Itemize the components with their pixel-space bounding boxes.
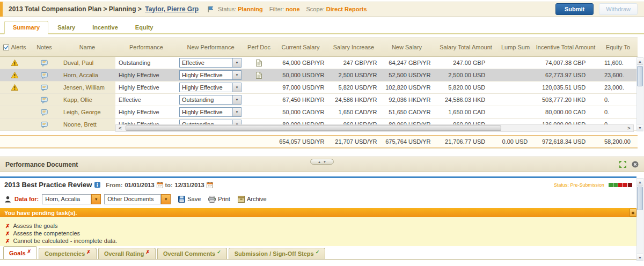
col-header-new-salary: New Salary xyxy=(380,38,434,56)
scroll-left-icon[interactable]: < xyxy=(116,125,125,131)
horizontal-scrollbar[interactable]: < > xyxy=(115,124,634,132)
note-icon[interactable] xyxy=(30,82,59,93)
totals-equity-total: 58,200.00 xyxy=(598,136,638,147)
currency: USD xyxy=(573,84,597,91)
scroll-up-icon[interactable]: ▲ xyxy=(637,179,643,186)
currency: CAD/YR xyxy=(302,109,326,115)
note-icon[interactable] xyxy=(30,119,59,130)
info-icon[interactable] xyxy=(94,182,100,188)
amount: 50,000 xyxy=(274,109,301,115)
employee-name[interactable]: Noone, Brett xyxy=(59,119,115,130)
tab-equity[interactable]: Equity xyxy=(127,21,162,33)
splitter-handle[interactable]: ▲▼ xyxy=(310,159,334,165)
employee-name[interactable]: Duval, Paul xyxy=(59,57,115,69)
incentive-total-cell: 503,777.20HKD xyxy=(533,94,598,106)
doc-tab-competencies[interactable]: Competencies✗ xyxy=(39,248,97,259)
new-salary-cell: 52,500USD/YR xyxy=(380,69,434,81)
x-icon: ✗ xyxy=(86,249,91,255)
dropdown-arrow-icon[interactable]: ▼ xyxy=(232,95,241,104)
currency: USD xyxy=(573,138,597,145)
new-performance-select[interactable]: Outstanding▼ xyxy=(179,95,241,105)
tab-summary[interactable]: Summary xyxy=(4,21,48,34)
totals-current-salary: 654,057USD/YR xyxy=(274,136,327,147)
col-header-perf-doc: Perf Doc xyxy=(244,38,274,56)
perf-doc-icon[interactable] xyxy=(244,57,274,69)
doc-tab-overall-comments[interactable]: Overall Comments✓ xyxy=(157,248,227,259)
current-salary-cell: 50,000CAD/YR xyxy=(274,106,327,118)
note-icon[interactable] xyxy=(30,57,59,69)
amount: 21,706.77 xyxy=(434,138,471,145)
table-row[interactable]: Jensen, WilliamHighly EffectiveHighly Ef… xyxy=(0,82,638,94)
calendar-icon[interactable] xyxy=(157,182,163,188)
currency: USD xyxy=(515,138,531,145)
amount: 5,820 xyxy=(327,84,353,91)
currency: USD xyxy=(473,138,496,145)
note-icon[interactable] xyxy=(30,106,59,118)
doc-tab-goals[interactable]: Goals✗ xyxy=(3,246,37,259)
table-vertical-scrollbar[interactable]: ▲ ▼ xyxy=(636,57,643,131)
perf-doc-icon[interactable] xyxy=(244,69,274,81)
table-scrollbar-thumb[interactable] xyxy=(637,66,643,86)
employee-name[interactable]: Horn, Accalia xyxy=(59,69,115,81)
horizontal-scrollbar-thumb[interactable] xyxy=(126,125,501,131)
performance-cell: Highly Effective xyxy=(115,82,177,93)
doc-tab-overall-rating[interactable]: Overall Rating✗ xyxy=(98,248,156,259)
table-row[interactable]: Duval, PaulOutstandingEffective▼64,000GB… xyxy=(0,57,638,69)
dropdown-arrow-icon[interactable]: ▼ xyxy=(232,71,241,79)
alert-cell[interactable] xyxy=(0,57,30,69)
breadcrumb-link[interactable]: Taylor, Pierre Grp xyxy=(145,5,199,13)
splitter-down-icon: ▼ xyxy=(323,160,326,164)
select-all-checkbox[interactable] xyxy=(3,45,9,50)
alert-cell[interactable] xyxy=(0,82,30,93)
currency: HKD/YR xyxy=(408,97,432,103)
employee-name[interactable]: Leigh, George xyxy=(59,106,115,118)
submit-button[interactable]: Submit xyxy=(555,3,594,15)
employee-name[interactable]: Jensen, William xyxy=(59,82,115,93)
calendar-icon[interactable] xyxy=(207,182,213,188)
person-select[interactable]: Horn, Accalia ▼ xyxy=(42,194,101,204)
save-button[interactable]: Save xyxy=(178,196,201,203)
banner-scrollbar[interactable]: ◆ xyxy=(630,209,636,217)
note-icon[interactable] xyxy=(30,94,59,106)
dropdown-arrow-icon[interactable]: ▼ xyxy=(232,108,241,116)
currency: CAD xyxy=(473,109,496,115)
alert-cell[interactable] xyxy=(0,69,30,81)
scroll-up-icon[interactable]: ▲ xyxy=(637,58,643,65)
amount: 247.00 xyxy=(434,60,471,66)
close-icon[interactable] xyxy=(632,161,639,168)
task-item: ✗Cannot be calculated - incomplete data. xyxy=(5,237,636,245)
performance-cell: Highly Effective xyxy=(115,69,177,81)
employee-name[interactable]: Kapp, Ollie xyxy=(59,94,115,106)
scroll-right-icon[interactable]: > xyxy=(625,125,633,131)
new-performance-select[interactable]: Highly Effective▼ xyxy=(179,70,241,80)
table-row[interactable]: Horn, AccaliaHighly EffectiveHighly Effe… xyxy=(0,69,638,82)
scope-value[interactable]: Direct Reports xyxy=(326,6,367,12)
dropdown-arrow-icon[interactable]: ▼ xyxy=(232,58,241,67)
tab-incentive[interactable]: Incentive xyxy=(84,21,126,33)
panel-vertical-scrollbar[interactable]: ▲ ▼ xyxy=(636,178,643,261)
filter-value[interactable]: none xyxy=(286,6,299,12)
archive-button[interactable]: Archive xyxy=(238,196,267,203)
tab-salary[interactable]: Salary xyxy=(49,21,83,33)
print-button[interactable]: Print xyxy=(208,196,230,203)
table-row[interactable]: Kapp, OllieEffectiveOutstanding▼67,450HK… xyxy=(0,94,638,106)
doc-tab-submission-sign-off-steps[interactable]: Submission / Sign-Off Steps✓ xyxy=(229,248,325,259)
currency: USD/YR xyxy=(355,72,378,78)
new-performance-select[interactable]: Highly Effective▼ xyxy=(179,107,241,117)
dropdown-arrow-icon[interactable]: ▼ xyxy=(232,83,241,92)
table-row[interactable]: Leigh, GeorgeHighly EffectiveHighly Effe… xyxy=(0,106,638,119)
amount: 2,500 xyxy=(327,72,353,78)
expand-icon[interactable] xyxy=(619,161,626,168)
scroll-down-icon[interactable]: ▼ xyxy=(637,254,643,261)
person-select-arrow-icon[interactable]: ▼ xyxy=(91,194,101,204)
lump-sum-cell xyxy=(498,57,533,69)
withdraw-button[interactable]: Withdraw xyxy=(599,3,638,15)
document-select[interactable]: Other Documents ▼ xyxy=(104,194,171,204)
new-performance-select[interactable]: Highly Effective▼ xyxy=(179,83,241,92)
scroll-down-icon[interactable]: ▼ xyxy=(637,124,643,131)
new-performance-select[interactable]: Effective▼ xyxy=(179,58,241,68)
panel-scrollbar-thumb[interactable] xyxy=(637,187,643,210)
amount: 52,500 xyxy=(380,72,407,78)
note-icon[interactable] xyxy=(30,69,59,81)
document-select-arrow-icon[interactable]: ▼ xyxy=(161,194,171,204)
